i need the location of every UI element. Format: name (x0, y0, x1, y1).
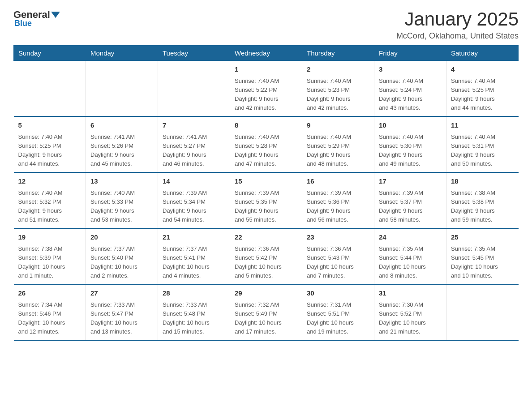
day-number: 11 (451, 120, 514, 131)
calendar-cell: 29Sunrise: 7:32 AM Sunset: 5:49 PM Dayli… (230, 284, 302, 340)
day-info: Sunrise: 7:38 AM Sunset: 5:39 PM Dayligh… (18, 244, 82, 281)
day-info: Sunrise: 7:38 AM Sunset: 5:38 PM Dayligh… (451, 188, 514, 225)
day-number: 26 (18, 288, 82, 299)
calendar-cell: 19Sunrise: 7:38 AM Sunset: 5:39 PM Dayli… (14, 228, 86, 284)
day-number: 4 (451, 64, 514, 75)
calendar-week-row: 26Sunrise: 7:34 AM Sunset: 5:46 PM Dayli… (14, 284, 519, 340)
location-subtitle: McCord, Oklahoma, United States (396, 31, 519, 41)
day-number: 25 (451, 232, 514, 243)
title-block: January 2025 McCord, Oklahoma, United St… (396, 9, 519, 41)
weekday-header-monday: Monday (86, 46, 158, 61)
day-number: 21 (163, 232, 225, 243)
calendar-cell: 24Sunrise: 7:35 AM Sunset: 5:44 PM Dayli… (374, 228, 446, 284)
day-number: 22 (235, 232, 297, 243)
calendar-cell: 23Sunrise: 7:36 AM Sunset: 5:43 PM Dayli… (302, 228, 374, 284)
day-number: 7 (163, 120, 225, 131)
day-info: Sunrise: 7:39 AM Sunset: 5:35 PM Dayligh… (235, 188, 297, 225)
day-number: 3 (379, 64, 442, 75)
day-info: Sunrise: 7:37 AM Sunset: 5:40 PM Dayligh… (90, 244, 153, 281)
day-info: Sunrise: 7:32 AM Sunset: 5:49 PM Dayligh… (235, 300, 297, 337)
calendar-cell: 3Sunrise: 7:40 AM Sunset: 5:24 PM Daylig… (374, 61, 446, 117)
day-info: Sunrise: 7:40 AM Sunset: 5:25 PM Dayligh… (18, 133, 82, 169)
day-number: 31 (379, 288, 442, 299)
day-number: 24 (379, 232, 442, 243)
calendar-cell: 26Sunrise: 7:34 AM Sunset: 5:46 PM Dayli… (14, 284, 86, 340)
calendar-cell: 4Sunrise: 7:40 AM Sunset: 5:25 PM Daylig… (446, 61, 519, 117)
weekday-header-saturday: Saturday (446, 46, 519, 61)
calendar-cell: 12Sunrise: 7:40 AM Sunset: 5:32 PM Dayli… (14, 172, 86, 228)
day-number: 20 (90, 232, 153, 243)
calendar-week-row: 5Sunrise: 7:40 AM Sunset: 5:25 PM Daylig… (14, 116, 519, 172)
weekday-header-wednesday: Wednesday (230, 46, 302, 61)
day-info: Sunrise: 7:30 AM Sunset: 5:52 PM Dayligh… (379, 300, 442, 337)
calendar-cell: 22Sunrise: 7:36 AM Sunset: 5:42 PM Dayli… (230, 228, 302, 284)
day-info: Sunrise: 7:40 AM Sunset: 5:31 PM Dayligh… (451, 133, 514, 169)
day-info: Sunrise: 7:39 AM Sunset: 5:34 PM Dayligh… (163, 188, 225, 225)
day-info: Sunrise: 7:37 AM Sunset: 5:41 PM Dayligh… (163, 244, 225, 281)
calendar-table: SundayMondayTuesdayWednesdayThursdayFrid… (13, 45, 519, 341)
day-info: Sunrise: 7:31 AM Sunset: 5:51 PM Dayligh… (307, 300, 369, 337)
day-info: Sunrise: 7:41 AM Sunset: 5:27 PM Dayligh… (163, 133, 225, 169)
day-number: 1 (235, 64, 297, 75)
calendar-cell: 2Sunrise: 7:40 AM Sunset: 5:23 PM Daylig… (302, 61, 374, 117)
day-number: 17 (379, 176, 442, 187)
weekday-header-friday: Friday (374, 46, 446, 61)
day-number: 9 (307, 120, 369, 131)
day-number: 23 (307, 232, 369, 243)
calendar-cell: 15Sunrise: 7:39 AM Sunset: 5:35 PM Dayli… (230, 172, 302, 228)
calendar-cell: 21Sunrise: 7:37 AM Sunset: 5:41 PM Dayli… (158, 228, 230, 284)
calendar-cell: 10Sunrise: 7:40 AM Sunset: 5:30 PM Dayli… (374, 116, 446, 172)
day-info: Sunrise: 7:35 AM Sunset: 5:44 PM Dayligh… (379, 244, 442, 281)
weekday-header-tuesday: Tuesday (158, 46, 230, 61)
calendar-cell (446, 284, 519, 340)
weekday-header-thursday: Thursday (302, 46, 374, 61)
day-number: 18 (451, 176, 514, 187)
calendar-cell: 16Sunrise: 7:39 AM Sunset: 5:36 PM Dayli… (302, 172, 374, 228)
calendar-cell: 6Sunrise: 7:41 AM Sunset: 5:26 PM Daylig… (86, 116, 158, 172)
day-number: 12 (18, 176, 82, 187)
day-info: Sunrise: 7:41 AM Sunset: 5:26 PM Dayligh… (90, 133, 153, 169)
day-number: 14 (163, 176, 225, 187)
logo-blue-text: Blue (13, 19, 32, 28)
calendar-cell (158, 61, 230, 117)
main-title: January 2025 (396, 9, 519, 30)
day-info: Sunrise: 7:40 AM Sunset: 5:33 PM Dayligh… (90, 188, 153, 225)
calendar-header: SundayMondayTuesdayWednesdayThursdayFrid… (14, 46, 519, 61)
day-info: Sunrise: 7:34 AM Sunset: 5:46 PM Dayligh… (18, 300, 82, 337)
day-number: 16 (307, 176, 369, 187)
day-info: Sunrise: 7:33 AM Sunset: 5:48 PM Dayligh… (163, 300, 225, 337)
calendar-week-row: 12Sunrise: 7:40 AM Sunset: 5:32 PM Dayli… (14, 172, 519, 228)
day-number: 19 (18, 232, 82, 243)
day-info: Sunrise: 7:39 AM Sunset: 5:37 PM Dayligh… (379, 188, 442, 225)
calendar-cell: 1Sunrise: 7:40 AM Sunset: 5:22 PM Daylig… (230, 61, 302, 117)
day-info: Sunrise: 7:40 AM Sunset: 5:22 PM Dayligh… (235, 77, 297, 113)
day-info: Sunrise: 7:40 AM Sunset: 5:24 PM Dayligh… (379, 77, 442, 113)
day-number: 27 (90, 288, 153, 299)
calendar-cell: 25Sunrise: 7:35 AM Sunset: 5:45 PM Dayli… (446, 228, 519, 284)
day-number: 2 (307, 64, 369, 75)
day-info: Sunrise: 7:40 AM Sunset: 5:25 PM Dayligh… (451, 77, 514, 113)
calendar-cell: 8Sunrise: 7:40 AM Sunset: 5:28 PM Daylig… (230, 116, 302, 172)
day-number: 6 (90, 120, 153, 131)
day-info: Sunrise: 7:40 AM Sunset: 5:28 PM Dayligh… (235, 133, 297, 169)
day-info: Sunrise: 7:39 AM Sunset: 5:36 PM Dayligh… (307, 188, 369, 225)
calendar-body: 1Sunrise: 7:40 AM Sunset: 5:22 PM Daylig… (14, 61, 519, 341)
day-info: Sunrise: 7:40 AM Sunset: 5:29 PM Dayligh… (307, 133, 369, 169)
logo: General Blue (13, 9, 61, 28)
calendar-cell: 17Sunrise: 7:39 AM Sunset: 5:37 PM Dayli… (374, 172, 446, 228)
calendar-cell: 31Sunrise: 7:30 AM Sunset: 5:52 PM Dayli… (374, 284, 446, 340)
day-info: Sunrise: 7:36 AM Sunset: 5:43 PM Dayligh… (307, 244, 369, 281)
day-number: 13 (90, 176, 153, 187)
logo-arrow-icon (51, 12, 60, 18)
calendar-cell: 9Sunrise: 7:40 AM Sunset: 5:29 PM Daylig… (302, 116, 374, 172)
calendar-cell: 13Sunrise: 7:40 AM Sunset: 5:33 PM Dayli… (86, 172, 158, 228)
calendar-cell: 11Sunrise: 7:40 AM Sunset: 5:31 PM Dayli… (446, 116, 519, 172)
day-number: 29 (235, 288, 297, 299)
page-header: General Blue January 2025 McCord, Oklaho… (13, 9, 519, 41)
calendar-cell: 20Sunrise: 7:37 AM Sunset: 5:40 PM Dayli… (86, 228, 158, 284)
calendar-cell: 30Sunrise: 7:31 AM Sunset: 5:51 PM Dayli… (302, 284, 374, 340)
day-info: Sunrise: 7:40 AM Sunset: 5:30 PM Dayligh… (379, 133, 442, 169)
day-number: 30 (307, 288, 369, 299)
day-number: 15 (235, 176, 297, 187)
day-number: 10 (379, 120, 442, 131)
